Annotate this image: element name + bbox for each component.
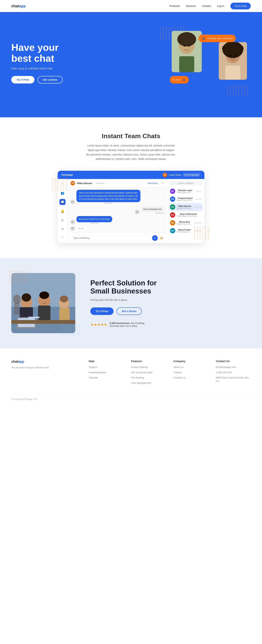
app-user-info: LO Lotte Olivet 5% of expertise [163, 172, 201, 177]
nav-try-free-button[interactable]: Try It Free [230, 3, 251, 10]
app-user-name: Lotte Olivet [169, 174, 181, 176]
hero-buttons: Try it Free Get a Demo [11, 76, 63, 84]
footer-phone[interactable]: 1-800-200-300 [216, 371, 232, 374]
chat-user-name: Hilda Hansen [77, 182, 92, 185]
app-main-chat: HH Hilda Hansen Company › Advertising ✕ … [67, 179, 167, 243]
svg-point-26 [39, 292, 49, 299]
message-input[interactable] [70, 235, 151, 241]
contact-info-4: Myrna Diaz Razor Tips to Get the Next... [177, 221, 192, 225]
footer-top: chatapp The last team chat you will ever… [11, 360, 251, 386]
msg-2-bubble: Some message text [141, 206, 164, 212]
footer-help-heading: Help [89, 360, 123, 363]
solution-dots-top-left: (function(){ const grid = document.curre… [10, 271, 28, 282]
solution-subtext: Pricing plan that fits like a glove. [90, 298, 251, 302]
bubble-top-text: Hi darling, how's the report? [207, 37, 233, 40]
hero-heading: Have your best chat [11, 42, 63, 64]
contact-item-2[interactable]: HH Hilda Hansen Become A Travel Pro In O… [169, 203, 202, 211]
footer-link-about[interactable]: About Us [173, 366, 183, 368]
contact-time-0: 1:21 am [195, 190, 201, 192]
logo: chatapp [11, 4, 26, 8]
chat-category: Advertising [148, 182, 158, 184]
person-1-placeholder [172, 31, 202, 72]
footer-copyright: © Copyright Chatapp LTD [11, 394, 251, 400]
nav-links: Products Services Contact Log In Try It … [169, 3, 251, 10]
footer-link-user-mgmt[interactable]: User Management [131, 382, 151, 384]
svg-point-7 [183, 44, 185, 47]
contact-preview-4: Razor Tips to Get the Next... [177, 223, 192, 225]
message-2: Some message text 04:44 am Me [135, 206, 164, 214]
app-body: ⌂ 👥 💬 🔔 ⊞ ⚙ ? HH Hilda Hansen Company › [58, 179, 204, 243]
bubble-avatar-top: 👤 [201, 36, 206, 40]
footer-contact-heading: Contact Us [216, 360, 251, 363]
sidebar-icon-bell[interactable]: 🔔 [60, 208, 66, 214]
solution-dots-bottom-right: (function(){ const grid = document.curre… [62, 324, 81, 335]
sidebar-icon-grid[interactable]: ⊞ [60, 217, 66, 223]
contact-name-4: Myrna Diaz [177, 221, 192, 223]
svg-point-29 [60, 296, 68, 302]
contact-item-4[interactable]: MD Myrna Diaz Razor Tips to Get the Next… [169, 219, 202, 227]
msg-3-time: 04:45 am [76, 222, 112, 224]
contact-item-3[interactable]: RU Ryan Underwood Three Ways to Get Your… [169, 211, 202, 219]
hero-right-visuals: (function(){ const grid = document.curre… [160, 27, 251, 98]
svg-rect-32 [28, 317, 40, 318]
hero-person-image-2 [219, 42, 247, 80]
nav-contact[interactable]: Contact [202, 4, 211, 8]
star-rating: ★★★★★ [90, 322, 107, 327]
screenshot-container: (function(){ const grid = document.curre… [58, 171, 204, 243]
footer-link-file-sharing[interactable]: File Sharing [131, 376, 144, 379]
solution-section: (function(){ const grid = document.curre… [0, 258, 262, 348]
footer-link-kb[interactable]: Knowledgebase [89, 371, 106, 374]
contact-avatar-3: RU [170, 212, 175, 218]
chat-close-icon[interactable]: ✕ [161, 182, 164, 185]
hero-get-demo-button[interactable]: Get a Demo [38, 76, 63, 84]
message-3: HH Become A Travel Pro In One Easy 04:45… [70, 216, 140, 224]
chat-arrow: › [107, 182, 108, 184]
svg-rect-27 [38, 306, 51, 322]
footer-link-contact[interactable]: Contact Us [173, 376, 185, 379]
footer-link-careers[interactable]: Careers [173, 371, 182, 374]
nav-login[interactable]: Log In [217, 4, 224, 8]
solution-buttons: Try it Free Get a Demo [90, 308, 251, 315]
send-button[interactable]: ➤ [152, 235, 158, 241]
msg-3-bubble: Become A Travel Pro In One Easy [76, 216, 112, 222]
contact-avatar-0: RL [170, 188, 175, 194]
footer-link-support[interactable]: Support [89, 366, 97, 368]
app-input-area: ➤ 😊 [67, 233, 167, 243]
hero-try-free-button[interactable]: Try it Free [11, 76, 35, 84]
contact-info-0: Ricardo Lopez Three Ways to Get Your Nex… [177, 189, 194, 194]
contact-item-0[interactable]: RL Ricardo Lopez Three Ways to Get Your … [169, 187, 202, 195]
svg-point-21 [22, 293, 31, 302]
app-messages: HH Now, if you are interested in being t… [67, 188, 167, 233]
hero-chat-bubble-bottom: I'm on it! 👤 [170, 76, 189, 84]
footer-link-mobile-apps[interactable]: iOS & Android Apps [131, 371, 152, 374]
contacts-search[interactable]: search colleague [169, 181, 202, 186]
footer-logo-chat: chat [11, 360, 18, 364]
app-tab-homepage[interactable]: Homepage [61, 174, 73, 176]
solution-text: Perfect Solution for Small Businesses Pr… [90, 279, 251, 327]
footer-email[interactable]: info@chatapp.com [216, 366, 236, 368]
sidebar-icon-help[interactable]: ? [60, 235, 66, 241]
footer-company-heading: Company [173, 360, 208, 363]
svg-point-8 [188, 44, 190, 47]
screenshot-dots-left: (function(){ const grid = document.curre… [52, 178, 68, 191]
solution-try-free-button[interactable]: Try it Free [90, 308, 114, 315]
contact-preview-0: Three Ways to Get Your Next... [177, 192, 194, 194]
sidebar-icon-chat[interactable]: 💬 [60, 199, 66, 205]
input-emoji-btn[interactable]: 😊 [159, 236, 164, 240]
team-chats-body: Lorem ipsum dolor sit amet, consectetuer… [86, 144, 176, 161]
svg-rect-6 [179, 56, 194, 72]
footer-link-screen-sharing[interactable]: Screen Sharing [131, 366, 148, 368]
typing-avatar: HH [70, 226, 75, 231]
nav-products[interactable]: Products [169, 4, 180, 8]
sidebar-icon-settings[interactable]: ⚙ [60, 226, 66, 232]
contact-preview-3: Three Ways to Get Your Next... [177, 215, 200, 217]
contact-item-1[interactable]: FB Frederick Byrd Razor Tips to Get the … [169, 195, 202, 203]
footer-features-heading: Features [131, 360, 166, 363]
footer-link-tutorials[interactable]: Tutorials [89, 376, 98, 379]
app-header: Homepage LO Lotte Olivet 5% of expertise [58, 171, 204, 179]
solution-get-demo-button[interactable]: Get a Demo [117, 308, 142, 315]
nav-services[interactable]: Services [186, 4, 196, 8]
msg-1-bubble: Now, if you are interested in being the … [76, 190, 140, 202]
contact-avatar-1: FB [170, 196, 175, 202]
td-2 [81, 228, 82, 229]
